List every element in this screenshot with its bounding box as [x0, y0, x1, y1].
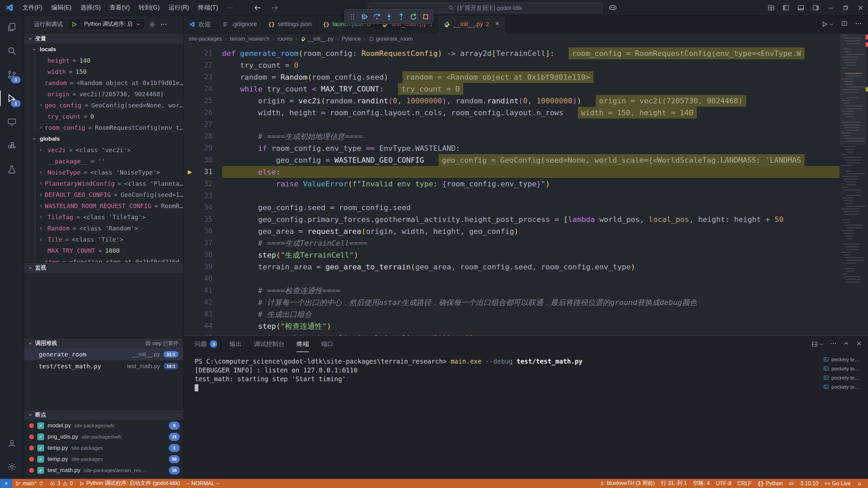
menu-item[interactable]: 运行(R) [164, 0, 194, 15]
code-line-31[interactable]: ▶31 else: [183, 166, 840, 178]
panel-tab-输出[interactable]: 输出 [230, 336, 242, 352]
variable-row[interactable]: TileTag=<class 'TileTag'> [35, 211, 183, 223]
tab-欢迎[interactable]: 欢迎 [183, 15, 216, 33]
notifications[interactable] [854, 479, 865, 488]
code-line-27[interactable]: 27 [183, 119, 840, 130]
encoding[interactable]: UTF-8 [713, 479, 734, 488]
menu-overflow[interactable]: ··· [222, 0, 237, 15]
scope-row[interactable]: globals [24, 133, 183, 144]
problems[interactable]: 30 [47, 479, 76, 488]
layout-sidebar-right-button[interactable] [808, 0, 823, 15]
callstack-section-header[interactable]: 调用堆栈 因 step 已暂停 [24, 338, 183, 348]
tab-.gdignore[interactable]: .gdignore [216, 15, 263, 33]
menu-item[interactable]: 文件(F) [18, 0, 47, 15]
breadcrumb-item[interactable]: generate_room [369, 36, 413, 42]
code-line-22[interactable]: 22 try_count = 0 [183, 59, 840, 71]
menu-item[interactable]: 转到(G) [134, 0, 164, 15]
gear-icon[interactable] [149, 21, 156, 28]
git-branch[interactable]: main* [12, 479, 47, 488]
code-line-34[interactable]: 34 geo_config.seed = room_config.seed [183, 202, 840, 214]
variable-row[interactable]: height=140 [35, 55, 183, 66]
terminal-instance[interactable]: pockety te… [823, 383, 865, 390]
code-line-32[interactable]: 32 raise ValueError(f"Invalid env type: … [183, 178, 840, 190]
activitybar-explorer[interactable] [0, 15, 24, 39]
language-mode[interactable]: {}Python [755, 479, 786, 488]
breadcrumb-item[interactable]: site-packages [189, 36, 222, 42]
stack-frame[interactable]: test/test_math.pytest_math.py16:1 [24, 360, 183, 372]
nav-back-icon[interactable] [254, 4, 262, 12]
variable-row[interactable]: PlanetaryWindConfig=<class 'Planeta… [35, 178, 183, 189]
menu-item[interactable]: 编辑(E) [47, 0, 76, 15]
breakpoint-row[interactable]: ✓temp.pysite-packages1 [24, 442, 183, 453]
eol[interactable]: CRLF [734, 479, 755, 488]
indentation[interactable]: 空格: 4 [690, 479, 713, 488]
variable-row[interactable]: try_count=0 [35, 111, 183, 122]
variable-row[interactable]: random=<Random object at 0x1bf9d01e… [35, 77, 183, 88]
code-line-44[interactable]: 44 step("检查连通性") [183, 320, 840, 332]
menu-item[interactable]: 终端(T) [194, 0, 222, 15]
layout-panel-b-button[interactable] [793, 0, 808, 15]
gitlens-blame[interactable]: blueloveTH (3 周前) [596, 479, 658, 488]
stop-button[interactable] [420, 11, 431, 22]
code-line-26[interactable]: 26 width, height = room_config.layout.n_… [183, 107, 840, 119]
panel-tab-调试控制台[interactable]: 调试控制台 [254, 336, 284, 352]
terminal-launch-button[interactable] [811, 340, 824, 348]
tab-settings.json[interactable]: {}settings.json [263, 15, 317, 33]
activitybar-remote-explorer[interactable] [0, 110, 24, 134]
split-editor-button[interactable] [841, 20, 848, 28]
close-window-button[interactable] [853, 0, 868, 15]
tab-__init__.py[interactable]: __init__.py2 [438, 15, 506, 34]
remote-indicator[interactable] [0, 479, 12, 488]
restore-button[interactable] [838, 0, 853, 15]
breakpoint-row[interactable]: ✓png_utils.pysite-packages\wfc11 [24, 431, 183, 442]
vim-mode[interactable]: -- NORMAL -- [183, 479, 222, 488]
activitybar-accounts[interactable] [0, 431, 24, 455]
debug-session[interactable]: Python 调试程序: 启动文件 (godot-ldtk) [76, 479, 183, 488]
variable-row[interactable]: step=<function step at 0x1bf9cd216d… [35, 256, 183, 262]
terminal-instance[interactable]: pockety te… [823, 365, 865, 372]
go-live[interactable]: Go Live [822, 479, 854, 488]
minimap[interactable] [840, 33, 866, 336]
menu-item[interactable]: 选择(S) [76, 0, 105, 15]
nav-forward-icon[interactable] [271, 4, 279, 12]
breakpoint-checkbox[interactable]: ✓ [37, 433, 44, 440]
code-line-28[interactable]: 28 # ====生成初始地理信息==== [183, 130, 840, 142]
cursor-position[interactable]: 行 31, 列 1 [658, 479, 690, 488]
code-line-29[interactable]: 29 if room_config.env_type == EnvType.WA… [183, 142, 840, 154]
variable-row[interactable]: WASTELAND_ROOM_REQUEST_CONFIG=RoomR… [35, 200, 183, 211]
variable-row[interactable]: __package__='' [35, 156, 183, 167]
editor-more-actions[interactable] [855, 20, 862, 28]
code-line-45[interactable]: 45 exit_combinations:list[tuple[vec2i, v… [183, 332, 840, 336]
step-out-button[interactable] [395, 11, 407, 22]
variable-row[interactable]: width=150 [35, 66, 183, 77]
minimize-button[interactable] [823, 0, 838, 15]
breakpoint-checkbox[interactable]: ✓ [37, 445, 44, 451]
code-line-36[interactable]: 36 geo_area = request_area(origin, width… [183, 225, 840, 237]
code-line-30[interactable]: 30 geo_config = WASTELAND_GEO_CONFIGgeo_… [183, 154, 840, 166]
activitybar-testing[interactable] [0, 158, 24, 181]
panel-tab-端口[interactable]: 端口 [321, 336, 333, 352]
code-line-41[interactable]: 41 # ====检查连通性==== [183, 285, 840, 297]
breadcrumb-item[interactable]: terrain_research [230, 36, 270, 42]
minimap-slider[interactable] [840, 33, 866, 145]
code-line-43[interactable]: 43 # 生成出口组合 [183, 308, 840, 320]
variable-row[interactable]: Tile=<class 'Tile'> [35, 234, 183, 245]
run-python-file-button[interactable] [821, 21, 834, 28]
breakpoint-checkbox[interactable]: ✓ [37, 467, 44, 474]
variables-section-header[interactable]: 变量 [24, 33, 183, 44]
code-line-25[interactable]: 25 origin = vec2i(random.randint(0, 1000… [183, 95, 840, 107]
code-line-33[interactable]: 33 [183, 190, 840, 202]
variable-row[interactable]: DEFAULT_GEO_CONFIG=GeoConfig(seed=1… [35, 189, 183, 200]
breadcrumb-item[interactable]: rooms [277, 36, 292, 42]
restart-button[interactable] [408, 11, 419, 22]
close-tab-icon[interactable] [494, 21, 500, 28]
variable-row[interactable]: origin=vec2i(7205730, 9024468) [35, 88, 183, 100]
panel-tab-问题[interactable]: 问题3 [195, 336, 217, 352]
breakpoint-row[interactable]: ✓test_math.pysite-packages\terrain_res…1… [24, 465, 183, 476]
variable-row[interactable]: geo_config=GeoConfig(seed=None, wor… [35, 100, 183, 111]
variable-row[interactable]: vec2i=<class 'vec2i'> [35, 144, 183, 156]
terminal-instance[interactable]: pockety te… [823, 355, 865, 363]
close-panel-button[interactable] [855, 340, 863, 348]
breadcrumb[interactable]: site-packages›terrain_research›rooms›__i… [183, 34, 868, 44]
code-line-38[interactable]: 38 step("生成TerrainCell") [183, 249, 840, 261]
